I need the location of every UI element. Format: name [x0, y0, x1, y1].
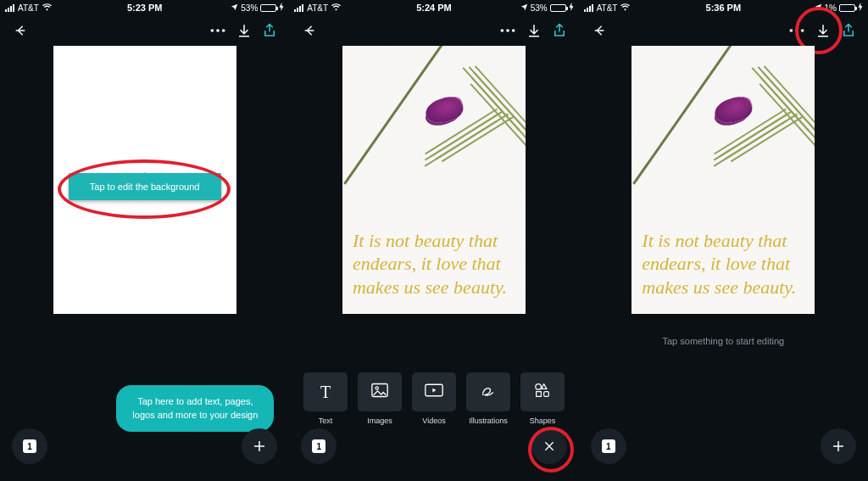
tool-images[interactable]: Images [355, 372, 404, 425]
svg-point-7 [376, 387, 378, 389]
shapes-icon [534, 383, 551, 401]
illustrations-icon [480, 383, 497, 401]
download-icon[interactable] [526, 23, 542, 38]
tool-shapes[interactable]: Shapes [518, 372, 567, 425]
more-dots-icon[interactable] [209, 28, 226, 33]
battery-icon [260, 4, 276, 12]
svg-point-9 [536, 384, 542, 390]
tool-text[interactable]: T Text [301, 372, 350, 425]
design-canvas[interactable]: Tap to edit the background [53, 46, 236, 314]
page-count-button[interactable]: 1 [591, 428, 626, 464]
bottom-bar: 1 [289, 425, 578, 467]
add-button[interactable] [242, 428, 277, 464]
page-badge: 1 [23, 439, 36, 453]
page-badge: 1 [602, 439, 615, 453]
app-header [579, 15, 868, 46]
status-bar: AT&T 5:23 PM 53% [0, 0, 289, 15]
design-canvas-wrapper: It is not beauty that endears, it love t… [342, 46, 526, 314]
battery-icon [550, 4, 566, 12]
images-icon [371, 383, 388, 401]
page-count-button[interactable]: 1 [12, 428, 47, 464]
app-header [0, 15, 289, 46]
svg-point-2 [222, 29, 225, 32]
tool-label: Illustrations [469, 417, 508, 425]
svg-point-13 [795, 29, 798, 32]
bottom-bar: 1 [0, 425, 289, 467]
tool-label: Images [367, 417, 392, 425]
share-icon[interactable] [262, 23, 277, 38]
svg-point-14 [801, 29, 804, 32]
battery-icon [839, 4, 855, 12]
design-canvas-wrapper: It is not beauty that endears, it love t… [632, 46, 815, 314]
text-icon: T [320, 383, 331, 402]
status-bar: AT&T 5:36 PM 1% [579, 0, 868, 15]
add-button[interactable] [821, 428, 856, 464]
phone-screen-3: AT&T 5:36 PM 1% [579, 0, 868, 481]
svg-point-1 [216, 29, 220, 32]
quote-text[interactable]: It is not beauty that endears, it love t… [353, 229, 515, 299]
tool-illustrations[interactable]: Illustrations [464, 372, 513, 425]
svg-point-0 [211, 29, 214, 32]
design-canvas[interactable]: It is not beauty that endears, it love t… [632, 46, 815, 314]
design-canvas-wrapper: Tap to edit the background [53, 46, 236, 314]
share-icon[interactable] [552, 23, 567, 38]
editor-hint: Tap something to start editing [579, 336, 868, 346]
clock: 5:24 PM [289, 3, 578, 13]
tool-label: Videos [422, 417, 445, 425]
tool-videos[interactable]: Videos [409, 372, 459, 425]
share-icon[interactable] [841, 23, 856, 38]
clock: 5:36 PM [579, 3, 868, 13]
tooltip-edit-background[interactable]: Tap to edit the background [69, 173, 221, 200]
svg-point-4 [506, 29, 509, 32]
quote-text[interactable]: It is not beauty that endears, it love t… [642, 229, 804, 299]
design-canvas[interactable]: It is not beauty that endears, it love t… [342, 46, 526, 314]
svg-point-3 [500, 29, 504, 32]
editor-toolbar: T Text Images Videos Illustrations Sha [289, 372, 578, 425]
more-dots-icon[interactable] [499, 28, 516, 33]
clock: 5:23 PM [0, 3, 289, 13]
svg-rect-10 [537, 392, 542, 397]
more-dots-icon[interactable] [788, 28, 805, 33]
svg-rect-11 [544, 392, 549, 397]
back-arrow-icon[interactable] [591, 24, 608, 37]
page-count-button[interactable]: 1 [301, 428, 337, 464]
svg-point-5 [511, 29, 515, 32]
svg-point-12 [789, 29, 793, 32]
phone-screen-2: AT&T 5:24 PM 53% [289, 0, 578, 481]
back-arrow-icon[interactable] [12, 24, 29, 37]
status-bar: AT&T 5:24 PM 53% [289, 0, 578, 15]
videos-icon [425, 383, 443, 400]
tool-label: Text [319, 417, 333, 425]
back-arrow-icon[interactable] [301, 24, 318, 37]
page-badge: 1 [312, 439, 326, 453]
close-button[interactable] [531, 428, 567, 464]
phone-screen-1: AT&T 5:23 PM 53% [0, 0, 289, 481]
app-header [289, 15, 578, 46]
bottom-bar: 1 [579, 425, 868, 467]
tool-label: Shapes [530, 417, 556, 425]
download-icon[interactable] [815, 23, 831, 38]
download-icon[interactable] [236, 23, 252, 38]
